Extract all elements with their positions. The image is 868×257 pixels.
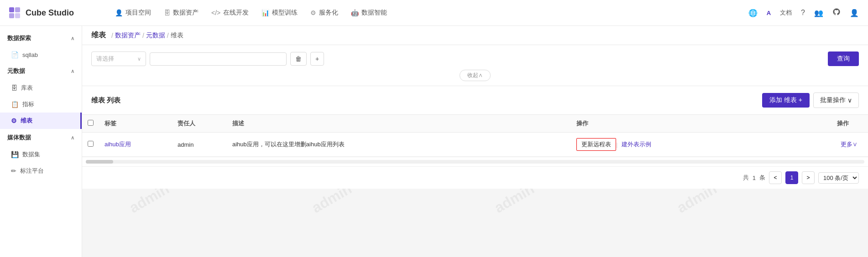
data-intelligence-icon: 🤖 bbox=[351, 9, 359, 16]
row-checkbox[interactable] bbox=[88, 141, 94, 147]
chevron-up-icon: ∧ bbox=[71, 68, 74, 74]
chevron-up-icon: ∧ bbox=[71, 135, 74, 141]
row-ops-cell: 更新远程表 | 建外表示例 bbox=[571, 133, 821, 157]
col-ops: 操作 bbox=[571, 115, 821, 133]
scroll-track[interactable] bbox=[86, 160, 864, 164]
sidebar-item-dataset[interactable]: 💾 数据集 bbox=[0, 146, 82, 163]
total-count: 1 bbox=[753, 175, 756, 181]
sidebar-item-label: sqllab bbox=[22, 51, 38, 58]
serving-icon: ⚙ bbox=[310, 9, 316, 16]
add-filter-button[interactable]: + bbox=[310, 52, 324, 66]
desc-value: aihub应用，可以在这里增删aihub应用列表 bbox=[232, 141, 345, 148]
nav-item-data-assets[interactable]: 🗄 数据资产 bbox=[158, 6, 204, 20]
main-layout: 数据探索 ∧ 📄 sqllab 元数据 ∧ 🗄 库表 📋 指标 ⚙ 维表 媒体数… bbox=[0, 26, 868, 257]
col-checkbox bbox=[82, 115, 99, 133]
tag-link[interactable]: aihub应用 bbox=[105, 141, 131, 148]
svg-rect-1 bbox=[15, 7, 20, 12]
dimension-table-icon: ⚙ bbox=[11, 117, 17, 124]
breadcrumb-sep: / bbox=[111, 32, 113, 39]
row-scroll-cell bbox=[821, 133, 831, 157]
col-owner: 责任人 bbox=[172, 115, 227, 133]
filter-select[interactable]: 请选择 ∨ bbox=[91, 51, 146, 66]
query-button[interactable]: 查询 bbox=[828, 51, 859, 66]
table-actions: 添加 维表 + 批量操作 ∨ bbox=[762, 93, 859, 108]
breadcrumb-data-assets[interactable]: 数据资产 bbox=[115, 31, 141, 40]
breadcrumb: 维表 / 数据资产 / 元数据 / 维表 bbox=[82, 26, 868, 45]
horizontal-scrollbar[interactable] bbox=[82, 157, 868, 166]
docs-link[interactable]: 文档 bbox=[778, 7, 794, 19]
help-icon[interactable]: ? bbox=[799, 7, 807, 19]
annotation-icon: ✏ bbox=[11, 167, 16, 175]
total-prefix: 共 bbox=[743, 174, 749, 182]
row-action-cell: 更多∨ bbox=[831, 133, 868, 157]
more-actions-button[interactable]: 更多∨ bbox=[837, 139, 861, 149]
sidebar-section-media-data[interactable]: 媒体数据 ∧ bbox=[0, 129, 82, 146]
sidebar-item-label: 数据集 bbox=[22, 150, 40, 159]
section-label: 元数据 bbox=[7, 67, 25, 75]
user-avatar[interactable]: 👤 bbox=[848, 7, 861, 19]
filter-wrap: 请选择 ∨ 🗑 + 查询 收起∧ bbox=[82, 45, 868, 86]
batch-operation-button[interactable]: 批量操作 ∨ bbox=[813, 93, 859, 108]
add-dimension-table-button[interactable]: 添加 维表 + bbox=[762, 93, 810, 108]
owner-value: admin bbox=[178, 141, 193, 148]
nav-item-online-dev[interactable]: </> 在线开发 bbox=[206, 6, 254, 20]
chevron-up-icon: ∧ bbox=[71, 36, 74, 41]
sidebar-item-database[interactable]: 🗄 库表 bbox=[0, 80, 82, 96]
select-all-checkbox[interactable] bbox=[88, 120, 94, 126]
filter-select-placeholder: 请选择 bbox=[96, 55, 114, 63]
create-external-table-button[interactable]: 建外表示例 bbox=[618, 139, 655, 149]
breadcrumb-title: 维表 bbox=[91, 31, 106, 40]
row-tag-cell: aihub应用 bbox=[99, 133, 172, 157]
page-current-button[interactable]: 1 bbox=[785, 171, 798, 184]
svg-rect-3 bbox=[15, 13, 20, 18]
table-area: 维表 列表 添加 维表 + 批量操作 ∨ 标签 bbox=[82, 86, 868, 189]
breadcrumb-sep: / bbox=[167, 32, 169, 39]
page-size-select[interactable]: 100 条/页 bbox=[818, 172, 859, 184]
table-title: 维表 列表 bbox=[91, 96, 120, 105]
breadcrumb-metadata[interactable]: 元数据 bbox=[146, 31, 165, 40]
nav-items: 👤 项目空间 🗄 数据资产 </> 在线开发 📊 模型训练 ⚙ 服务化 🤖 数据… bbox=[110, 6, 736, 20]
nav-item-data-intelligence[interactable]: 🤖 数据智能 bbox=[345, 6, 392, 20]
sidebar-item-metrics[interactable]: 📋 指标 bbox=[0, 96, 82, 113]
breadcrumb-sep: / bbox=[142, 32, 144, 39]
nav-item-label: 在线开发 bbox=[223, 9, 249, 17]
section-label: 数据探索 bbox=[7, 34, 31, 42]
sidebar-item-dimension-table[interactable]: ⚙ 维表 bbox=[0, 113, 82, 129]
nav-item-label: 服务化 bbox=[319, 9, 338, 17]
translate-icon[interactable]: 🌐 bbox=[747, 7, 759, 19]
logo-area: Cube Studio bbox=[7, 5, 99, 20]
nav-item-label: 数据资产 bbox=[173, 9, 199, 17]
col-action: 操作 bbox=[831, 115, 868, 133]
nav-item-project-space[interactable]: 👤 项目空间 bbox=[110, 6, 157, 20]
sidebar-item-label: 标注平台 bbox=[20, 167, 44, 175]
page-next-button[interactable]: > bbox=[802, 171, 815, 184]
top-navigation: Cube Studio 👤 项目空间 🗄 数据资产 </> 在线开发 📊 模型训… bbox=[0, 0, 868, 26]
select-chevron-icon: ∨ bbox=[137, 56, 141, 62]
logo-text: Cube Studio bbox=[26, 8, 74, 18]
sidebar-item-label: 指标 bbox=[22, 100, 34, 108]
database-icon: 🗄 bbox=[11, 84, 17, 92]
nav-item-serving[interactable]: ⚙ 服务化 bbox=[305, 6, 344, 20]
filter-input[interactable] bbox=[150, 52, 287, 66]
model-train-icon: 📊 bbox=[261, 9, 269, 16]
nav-right: 🌐 A 文档 ? 👥 👤 bbox=[747, 6, 861, 20]
sidebar-item-annotation[interactable]: ✏ 标注平台 bbox=[0, 163, 82, 179]
github-icon[interactable] bbox=[831, 6, 842, 20]
data-assets-icon: 🗄 bbox=[164, 9, 170, 16]
update-remote-table-button[interactable]: 更新远程表 bbox=[576, 138, 616, 151]
sidebar-section-data-explore[interactable]: 数据探索 ∧ bbox=[0, 30, 82, 47]
delete-filter-button[interactable]: 🗑 bbox=[290, 52, 307, 66]
svg-rect-2 bbox=[9, 13, 14, 18]
nav-item-label: 模型训练 bbox=[272, 9, 298, 17]
online-dev-icon: </> bbox=[211, 9, 220, 16]
sidebar-section-metadata[interactable]: 元数据 ∧ bbox=[0, 62, 82, 80]
ai-icon[interactable]: A bbox=[765, 8, 773, 18]
team-icon[interactable]: 👥 bbox=[812, 7, 825, 19]
scroll-thumb[interactable] bbox=[86, 160, 113, 164]
nav-item-model-train[interactable]: 📊 模型训练 bbox=[256, 6, 303, 20]
project-space-icon: 👤 bbox=[115, 9, 123, 16]
collapse-button[interactable]: 收起∧ bbox=[460, 70, 491, 81]
sidebar-item-sqllab[interactable]: 📄 sqllab bbox=[0, 47, 82, 62]
page-prev-button[interactable]: < bbox=[769, 171, 782, 184]
sqllab-icon: 📄 bbox=[11, 51, 19, 58]
